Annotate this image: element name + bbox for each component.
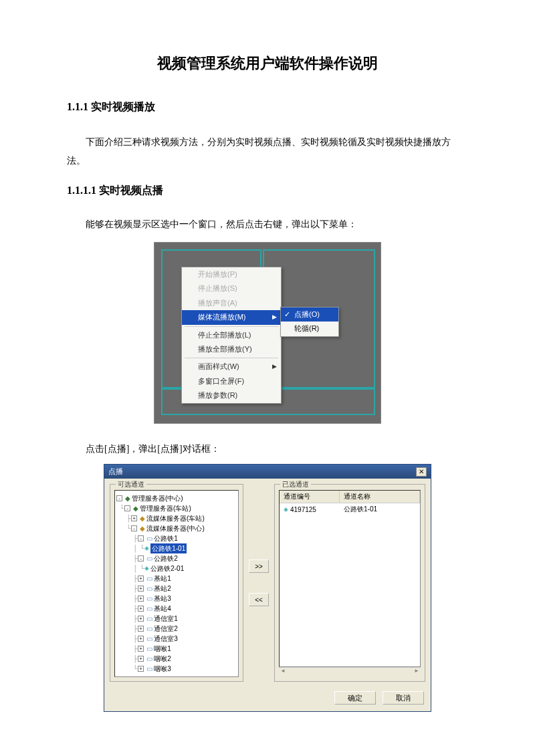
tree-node[interactable]: ├+▭基站4	[116, 604, 237, 614]
vod-dialog: 点播 ✕ 可选通道 -◆管理服务器(中心) └-◆管理服务器(车站) ├+◆流媒…	[104, 464, 431, 712]
menu-play-sound[interactable]: 播放声音(A)	[182, 296, 281, 310]
add-channel-button[interactable]: >>	[249, 559, 269, 573]
tree-node[interactable]: │ └◈公路铁1-01	[116, 543, 237, 553]
col-channel-id[interactable]: 通道编号	[280, 491, 340, 503]
channel-tree[interactable]: -◆管理服务器(中心) └-◆管理服务器(车站) ├+◆流媒体服务器(车站) └…	[114, 490, 239, 677]
tree-node[interactable]: ├+▭基站1	[116, 574, 237, 584]
submenu-arrow-icon: ▶	[272, 313, 277, 322]
dialog-body: 可选通道 -◆管理服务器(中心) └-◆管理服务器(车站) ├+◆流媒体服务器(…	[104, 479, 431, 687]
menu-params[interactable]: 播放参数(R)	[182, 388, 281, 402]
menu-play-all[interactable]: 播放全部播放(Y)	[182, 342, 281, 356]
check-icon: ✓	[284, 309, 290, 320]
cell-channel-name: 公路铁1-01	[340, 505, 420, 514]
dialog-titlebar: 点播 ✕	[104, 465, 431, 479]
tree-node[interactable]: -◆管理服务器(中心)	[116, 493, 237, 503]
screenshot-context-menu: 开始播放(P) 停止播放(S) 播放声音(A) 媒体流播放(M) ▶ 停止全部播…	[154, 242, 381, 424]
tree-node[interactable]: └-◆管理服务器(车站)	[116, 503, 237, 513]
tree-node[interactable]: ├+▭通信室1	[116, 614, 237, 624]
section-heading-2: 1.1.1.1 实时视频点播	[67, 184, 468, 198]
menu-separator	[185, 358, 278, 358]
menu-style-label: 画面样式(W)	[198, 362, 239, 370]
submenu-rotate[interactable]: 轮循(R)	[281, 322, 338, 336]
cancel-button[interactable]: 取消	[383, 691, 424, 705]
tree-node[interactable]: ├+▭咽喉1	[116, 644, 237, 654]
col-channel-name[interactable]: 通道名称	[340, 491, 420, 503]
available-channels-group: 可选通道 -◆管理服务器(中心) └-◆管理服务器(车站) ├+◆流媒体服务器(…	[110, 484, 243, 682]
dialog-footer: 确定 取消	[104, 687, 431, 711]
cell-channel-id: 4197125	[290, 506, 316, 513]
transfer-buttons: >> <<	[247, 484, 270, 682]
screenshot-vod-dialog: 点播 ✕ 可选通道 -◆管理服务器(中心) └-◆管理服务器(车站) ├+◆流媒…	[104, 464, 431, 712]
close-button[interactable]: ✕	[416, 467, 427, 477]
figure-caption-2: 点击[点播]，弹出[点播]对话框：	[67, 440, 468, 459]
tree-selected-node: 公路铁1-01	[150, 543, 187, 553]
tree-node[interactable]: └+▭咽喉3	[116, 664, 237, 674]
selected-channels-label: 已选通道	[280, 480, 311, 489]
context-menu: 开始播放(P) 停止播放(S) 播放声音(A) 媒体流播放(M) ▶ 停止全部播…	[181, 267, 282, 404]
ok-button[interactable]: 确定	[334, 691, 376, 705]
tree-node[interactable]: └-◆流媒体服务器(中心)	[116, 523, 237, 533]
intro-paragraph: 下面介绍三种请求视频方法，分别为实时视频点播、实时视频轮循及实时视频快捷播放方法…	[67, 133, 468, 170]
section-heading-1: 1.1.1 实时视频播放	[67, 100, 468, 114]
tree-node[interactable]: ├-▭公路铁1	[116, 533, 237, 543]
selected-channels-group: 已选通道 通道编号 通道名称 ◈4197125 公路铁1-01 ◄►	[274, 484, 425, 682]
tree-node[interactable]: │ └◈公路铁2-01	[116, 563, 237, 574]
tree-node[interactable]: ├+▭咽喉2	[116, 654, 237, 664]
remove-channel-button[interactable]: <<	[249, 593, 269, 606]
tree-node[interactable]: ├+▭通信室2	[116, 624, 237, 634]
submenu-arrow-icon: ▶	[272, 362, 277, 371]
camera-icon: ◈	[284, 506, 288, 513]
selected-channels-table[interactable]: 通道编号 通道名称 ◈4197125 公路铁1-01	[279, 490, 421, 667]
menu-start-play[interactable]: 开始播放(P)	[182, 267, 281, 281]
table-row[interactable]: ◈4197125 公路铁1-01	[280, 503, 420, 515]
menu-fullscreen[interactable]: 多窗口全屏(F)	[182, 374, 281, 388]
horizontal-scrollbar[interactable]: ◄►	[279, 667, 421, 675]
menu-stop-play[interactable]: 停止播放(S)	[182, 281, 281, 295]
menu-separator	[185, 326, 278, 327]
tree-node[interactable]: ├+▭基站2	[116, 584, 237, 594]
menu-stop-all[interactable]: 停止全部播放(L)	[182, 328, 281, 342]
table-header: 通道编号 通道名称	[280, 491, 420, 503]
tree-node[interactable]: ├-▭公路铁2	[116, 553, 237, 563]
submenu-vod[interactable]: ✓ 点播(O)	[281, 307, 338, 322]
context-submenu: ✓ 点播(O) 轮循(R)	[280, 307, 339, 337]
dialog-title-text: 点播	[108, 467, 123, 477]
available-channels-label: 可选通道	[116, 480, 146, 489]
figure-caption-1: 能够在视频显示区选中一个窗口，然后点击右键，弹出以下菜单：	[67, 215, 468, 234]
document-title: 视频管理系统用户端软件操作说明	[67, 53, 468, 74]
menu-media-stream-label: 媒体流播放(M)	[198, 313, 246, 321]
menu-style[interactable]: 画面样式(W) ▶	[182, 360, 281, 374]
menu-media-stream[interactable]: 媒体流播放(M) ▶	[182, 310, 281, 324]
tree-node[interactable]: ├+▭基站3	[116, 594, 237, 604]
tree-node[interactable]: ├+▭通信室3	[116, 634, 237, 644]
submenu-vod-label: 点播(O)	[294, 310, 320, 318]
tree-node[interactable]: ├+◆流媒体服务器(车站)	[116, 513, 237, 523]
